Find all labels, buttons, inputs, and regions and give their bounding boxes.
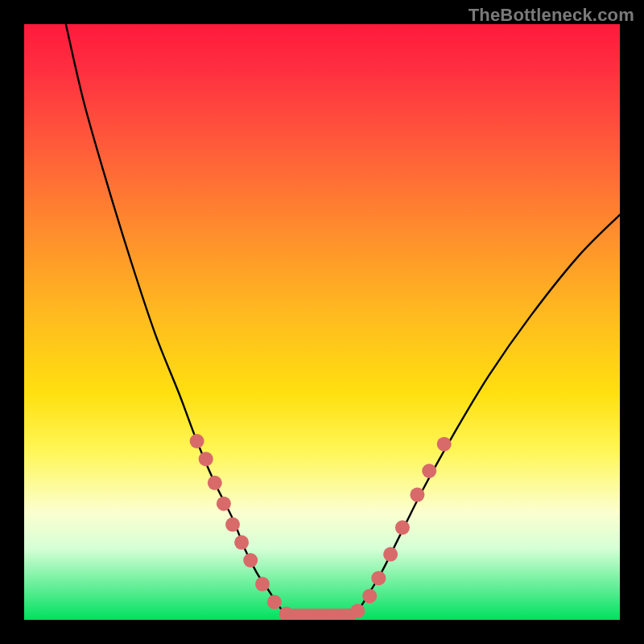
plot-area bbox=[24, 24, 620, 620]
marker-right bbox=[410, 488, 424, 502]
marker-left bbox=[190, 434, 204, 448]
marker-left bbox=[217, 497, 231, 511]
curve-layer bbox=[66, 24, 620, 620]
marker-left bbox=[234, 535, 249, 550]
marker-right bbox=[437, 437, 452, 452]
marker-right bbox=[350, 604, 365, 618]
marker-right bbox=[395, 520, 410, 535]
marker-left bbox=[255, 577, 270, 592]
chart-svg bbox=[24, 24, 620, 620]
watermark-text: TheBottleneck.com bbox=[469, 5, 634, 26]
marker-right bbox=[371, 571, 386, 585]
chart-frame: TheBottleneck.com bbox=[0, 0, 644, 644]
marker-right bbox=[383, 547, 398, 562]
curve-left-branch bbox=[66, 24, 292, 620]
marker-left bbox=[267, 595, 282, 609]
marker-left bbox=[208, 476, 222, 490]
marker-left bbox=[225, 518, 240, 532]
marker-left bbox=[199, 452, 213, 466]
marker-right bbox=[422, 464, 436, 478]
marker-left bbox=[243, 553, 258, 568]
marker-right bbox=[362, 588, 377, 603]
marker-layer bbox=[190, 434, 452, 620]
